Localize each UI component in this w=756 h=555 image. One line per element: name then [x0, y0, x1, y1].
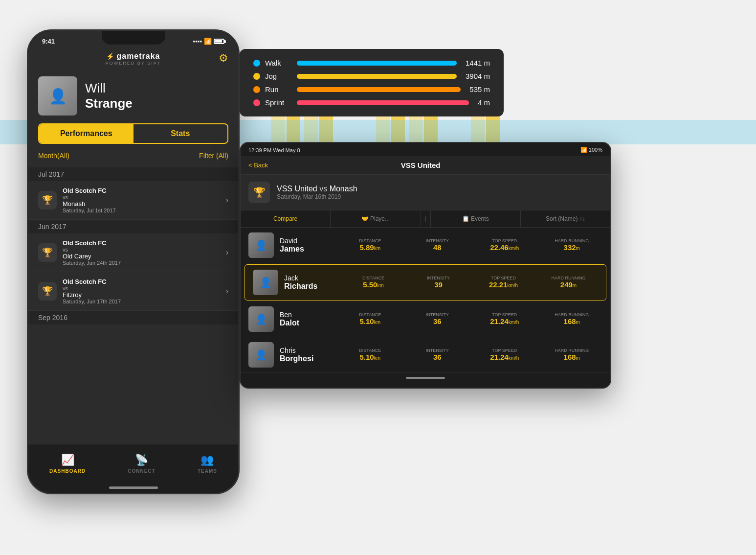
all-filter[interactable]: Filter (All) [199, 152, 228, 160]
phone-screen: 9:41 ▪▪▪▪ 📶 ⚡ gametraka POWERED BY SIPT … [28, 31, 238, 493]
avatar-4: 👤 [248, 342, 274, 368]
match-icon-3: 🏆 [38, 282, 57, 301]
jog-value: 3904 m [466, 72, 490, 80]
team-logo: 🏆 [248, 182, 270, 203]
match-teams: VSS United vs Monash [277, 185, 357, 193]
player-distance-1: Distance 5.89km [339, 238, 401, 252]
teams-label: TEAMS [198, 468, 217, 474]
avatar-placeholder: 👤 [38, 76, 77, 116]
player-row-ben-dalot[interactable]: 👤 Ben Dalot Distance 5.10km Intensity 36… [241, 301, 610, 337]
match-vs-2: vs [63, 247, 226, 253]
chevron-right-icon: › [226, 196, 228, 205]
battery-icon [214, 39, 224, 44]
settings-icon[interactable]: ⚙ [219, 52, 228, 65]
match-row-fitzroy[interactable]: 🏆 Old Scotch FC vs Fitzroy Saturday, Jun… [28, 272, 238, 311]
player-thumb-4: 👤 [248, 342, 274, 368]
sprint-dot [253, 99, 260, 106]
nav-teams[interactable]: 👥 TEAMS [198, 454, 217, 474]
toolbar-players[interactable]: 🤝 Playe... [331, 210, 421, 227]
match-icon: 🏆 [38, 191, 57, 209]
nav-dashboard[interactable]: 📈 DASHBOARD [49, 454, 86, 474]
player-name-1: David James [280, 237, 334, 254]
tablet-device: 12:39 PM Wed May 8 📶 100% < Back VSS Uni… [240, 142, 611, 389]
sprint-bar [297, 100, 469, 105]
jog-bar [297, 74, 457, 79]
signal-icon: ▪▪▪▪ [193, 38, 202, 45]
month-filter[interactable]: Month(All) [38, 152, 69, 160]
connect-label: CONNECT [128, 468, 155, 474]
nav-connect[interactable]: 📡 CONNECT [128, 454, 155, 474]
match-row-monash[interactable]: 🏆 Old Scotch FC vs Monash Saturday, Jul … [28, 181, 238, 220]
player-thumb-2: 👤 [253, 270, 278, 295]
avatar-1: 👤 [248, 232, 274, 258]
player-hardrunning-2: Hard Running 249m [539, 276, 598, 289]
home-indicator [109, 486, 158, 489]
app-name: gametraka [116, 52, 160, 61]
match-date-3: Saturday, Jun 17th 2017 [63, 299, 226, 304]
match-vs-3: vs [63, 285, 226, 291]
player-row-chris-borghesi[interactable]: 👤 Chris Borghesi Distance 5.10km Intensi… [241, 337, 610, 373]
player-profile: 👤 Will Strange [28, 71, 238, 123]
match-vs-text: vs [319, 185, 327, 193]
player-row-david-james[interactable]: 👤 David James Distance 5.89km Intensity … [241, 228, 610, 263]
run-label: Run [265, 85, 292, 93]
match-row-old-carey[interactable]: 🏆 Old Scotch FC vs Old Carey Saturday, J… [28, 233, 238, 272]
walk-dot [253, 60, 260, 67]
avatar-3: 👤 [248, 306, 274, 332]
tab-stats[interactable]: Stats [133, 124, 228, 143]
tablet-status-bar: 12:39 PM Wed May 8 📶 100% [241, 143, 610, 156]
match-date-2: Saturday, Jun 24th 2017 [63, 260, 226, 266]
match-date-1: Saturday, Jul 1st 2017 [63, 208, 226, 213]
player-hardrunning-3: Hard Running 168m [541, 312, 603, 326]
walk-row: Walk 1441 m [253, 59, 490, 67]
match-home-3: Old Scotch FC [63, 278, 226, 285]
toolbar-divider: | [421, 210, 431, 227]
player-hardrunning-4: Hard Running 168m [541, 348, 603, 362]
match-info-3: Old Scotch FC vs Fitzroy Saturday, Jun 1… [63, 278, 226, 304]
toolbar-compare[interactable]: Compare [241, 210, 331, 227]
avatar-2: 👤 [253, 270, 278, 295]
walk-bar [297, 61, 457, 66]
player-intensity-1: Intensity 48 [407, 238, 468, 252]
player-distance-3: Distance 5.10km [339, 312, 401, 326]
player-topspeed-3: Top Speed 21.24km/h [474, 312, 535, 326]
filter-row: Month(All) Filter (All) [28, 152, 238, 167]
wifi-icon: 📶 [204, 38, 212, 45]
match-info-2: Old Scotch FC vs Old Carey Saturday, Jun… [63, 239, 226, 266]
back-label: < Back [248, 162, 268, 169]
player-row-jack-richards[interactable]: 👤 Jack Richards Distance 5.50km Intensit… [245, 264, 606, 301]
run-value: 535 m [469, 85, 490, 93]
logo-mark: ⚡ [106, 52, 114, 60]
section-jun-2017: Jun 2017 [28, 220, 238, 233]
activity-legend-card: Walk 1441 m Jog 3904 m Run 535 m Sprint … [240, 49, 504, 116]
sprint-label: Sprint [265, 98, 292, 107]
match-summary-info: VSS United vs Monash Saturday, Mar 16th … [277, 185, 357, 200]
player-topspeed-2: Top Speed 22.21km/h [474, 276, 533, 289]
jog-label: Jog [265, 72, 292, 80]
match-vs-1: vs [63, 194, 226, 200]
signal-icons: ▪▪▪▪ 📶 [193, 38, 224, 45]
app-subtitle: POWERED BY SIPT [106, 61, 161, 66]
tab-performances[interactable]: Performances [39, 124, 133, 143]
bottom-nav: 📈 DASHBOARD 📡 CONNECT 👥 TEAMS [28, 444, 238, 493]
phone-device: 9:41 ▪▪▪▪ 📶 ⚡ gametraka POWERED BY SIPT … [27, 29, 240, 494]
player-thumb-1: 👤 [248, 232, 274, 258]
toolbar-events[interactable]: 📋 Events [431, 210, 521, 227]
match-away-3: Fitzroy [63, 291, 226, 299]
toolbar-sort[interactable]: Sort (Name) ↑↓ [521, 210, 610, 227]
player-name-3: Ben Dalot [280, 311, 334, 327]
player-distance-4: Distance 5.10km [339, 348, 401, 362]
jog-row: Jog 3904 m [253, 72, 490, 80]
tablet-title: VSS United [268, 161, 573, 169]
tablet-toolbar: Compare 🤝 Playe... | 📋 Events Sort (Name… [241, 210, 610, 228]
tablet-header: < Back VSS United [241, 156, 610, 175]
teams-icon: 👥 [200, 454, 214, 466]
back-button[interactable]: < Back [248, 162, 268, 169]
match-info-1: Old Scotch FC vs Monash Saturday, Jul 1s… [63, 187, 226, 213]
chevron-right-icon-3: › [226, 287, 228, 296]
tablet-time: 12:39 PM Wed May 8 [248, 147, 300, 153]
walk-value: 1441 m [466, 59, 490, 67]
run-row: Run 535 m [253, 85, 490, 93]
player-avatar: 👤 [38, 76, 77, 116]
tablet-match-summary: 🏆 VSS United vs Monash Saturday, Mar 16t… [241, 175, 610, 210]
